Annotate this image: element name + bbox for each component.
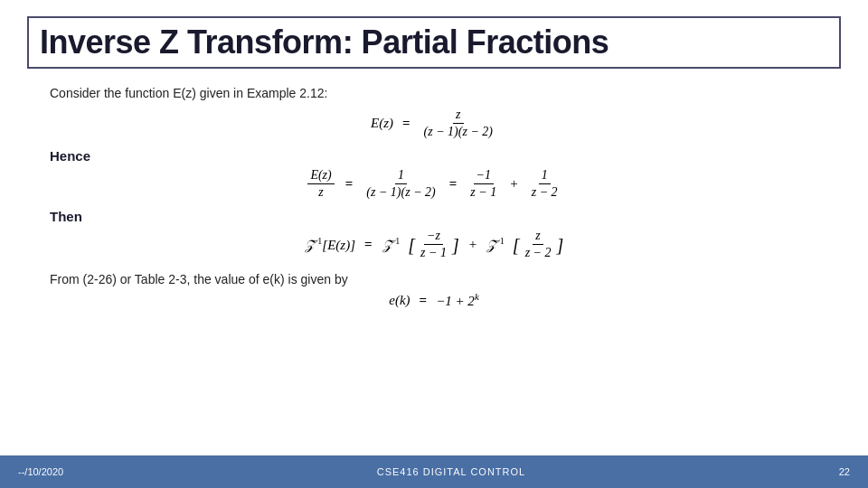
- inv-z1: 𝒵−1: [382, 236, 401, 253]
- then-label: Then: [50, 209, 82, 224]
- footer-course: CSE416 DIGITAL CONTROL: [377, 466, 525, 477]
- frac-neg1-z1: −1 z − 1: [467, 168, 499, 200]
- formula-ez: E(z) = z (z − 1)(z − 2): [50, 108, 818, 139]
- slide-title: Inverse Z Transform: Partial Fractions: [40, 23, 609, 61]
- formula-partial: E(z) z = 1 (z − 1)(z − 2) = −1 z − 1 + 1…: [50, 168, 818, 200]
- hence-section: Hence: [50, 148, 818, 164]
- frac-1-z2: 1 z − 2: [529, 168, 561, 200]
- from-text: From (2-26) or Table 2-3, the value of e…: [50, 272, 348, 286]
- formula-ek: e(k) = −1 + 2k: [50, 291, 818, 309]
- ek-value: −1 + 2k: [436, 291, 479, 309]
- title-box: Inverse Z Transform: Partial Fractions: [27, 16, 841, 69]
- from-text-line: From (2-26) or Table 2-3, the value of e…: [50, 271, 818, 287]
- hence-label: Hence: [50, 148, 90, 164]
- footer: --/10/2020 CSE416 DIGITAL CONTROL 22: [0, 455, 868, 488]
- intro-text: Consider the function E(z) given in Exam…: [50, 86, 818, 100]
- frac-ez-z: E(z) z: [307, 168, 334, 200]
- formula-inverse: 𝒵−1[E(z)] = 𝒵−1 [ −z z − 1 ] + 𝒵−1 [ z z…: [50, 229, 818, 260]
- slide: Inverse Z Transform: Partial Fractions C…: [0, 0, 868, 488]
- then-section: Then: [50, 209, 818, 225]
- inv-z2: 𝒵−1: [486, 236, 505, 253]
- ez-label: E(z): [371, 116, 393, 131]
- footer-date: --/10/2020: [18, 466, 63, 477]
- frac-ez: z (z − 1)(z − 2): [421, 108, 495, 139]
- inv-z-ez: 𝒵−1[E(z)]: [304, 236, 355, 253]
- frac-1-z1-z2: 1 (z − 1)(z − 2): [363, 168, 438, 200]
- frac-negz-z1: −z z − 1: [418, 229, 449, 260]
- content-area: Consider the function E(z) given in Exam…: [50, 86, 818, 438]
- footer-page: 22: [839, 466, 850, 477]
- frac-z-z2: z z − 2: [523, 229, 554, 260]
- ek-label: e(k): [389, 293, 410, 308]
